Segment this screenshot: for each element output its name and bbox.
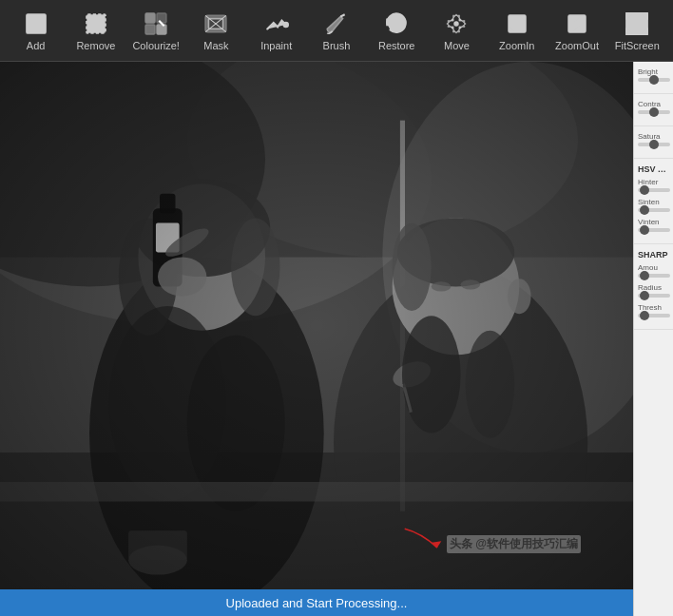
- svg-rect-4: [145, 13, 155, 23]
- tool-restore[interactable]: Restore: [369, 3, 425, 58]
- sinter-slider[interactable]: [638, 208, 670, 212]
- image-container: 头条 @软件使用技巧汇编: [0, 62, 633, 589]
- hsv-label: HSV AD: [638, 164, 669, 174]
- svg-line-14: [340, 14, 344, 16]
- add-icon: [23, 10, 49, 37]
- svg-rect-5: [157, 13, 166, 23]
- tool-remove[interactable]: Remove: [67, 3, 124, 58]
- vinter-thumb[interactable]: [640, 225, 649, 235]
- contrast-slider-container: Contra: [638, 100, 669, 114]
- radius-slider[interactable]: [638, 294, 670, 298]
- tool-zoomout[interactable]: ZoomOut: [548, 3, 605, 58]
- tool-brush-label: Brush: [323, 40, 351, 51]
- photo-display: [0, 62, 633, 589]
- sharpness-label: SHARP: [638, 250, 669, 260]
- brightness-slider[interactable]: [638, 78, 670, 82]
- toolbar: Add Remove Colourize!: [0, 0, 673, 62]
- svg-point-15: [454, 21, 458, 25]
- mask-icon: [202, 10, 229, 37]
- svg-point-13: [283, 22, 287, 26]
- svg-rect-6: [145, 25, 155, 34]
- thresh-slider[interactable]: [638, 314, 670, 318]
- tool-zoomin-label: ZoomIn: [499, 40, 534, 51]
- tool-move[interactable]: Move: [429, 3, 485, 58]
- right-panel: Bright Contra Satura: [633, 62, 673, 616]
- sinter-slider-container: Sinten: [638, 198, 669, 212]
- sinter-thumb[interactable]: [640, 205, 649, 215]
- fitscreen-icon: [624, 10, 650, 37]
- amount-slider-container: Amou: [638, 263, 669, 278]
- svg-rect-3: [87, 14, 106, 33]
- brightness-section: Bright: [634, 62, 673, 94]
- zoomout-icon: [564, 10, 590, 37]
- svg-rect-7: [157, 25, 166, 34]
- tool-colourize[interactable]: Colourize!: [128, 3, 184, 58]
- canvas-area[interactable]: 头条 @软件使用技巧汇编 Uploaded and Start Processi…: [0, 62, 633, 616]
- contrast-slider[interactable]: [638, 110, 670, 114]
- hinter-slider-container: Hinter: [638, 178, 669, 192]
- amount-slider[interactable]: [638, 274, 670, 278]
- contrast-thumb[interactable]: [649, 107, 659, 117]
- tool-move-label: Move: [444, 40, 470, 51]
- svg-rect-53: [0, 62, 633, 589]
- tool-mask-label: Mask: [203, 40, 228, 51]
- amount-thumb[interactable]: [640, 271, 649, 280]
- radius-thumb[interactable]: [640, 291, 649, 300]
- hinter-thumb[interactable]: [640, 185, 649, 195]
- brightness-thumb[interactable]: [649, 75, 659, 85]
- brush-icon: [323, 10, 350, 37]
- hsv-section: HSV AD Hinter Sinten Vinten: [634, 159, 673, 244]
- vinter-slider-container: Vinten: [638, 218, 669, 232]
- svg-rect-18: [626, 13, 647, 34]
- tool-add[interactable]: Add: [8, 3, 64, 58]
- vinter-slider[interactable]: [638, 228, 670, 232]
- saturation-slider[interactable]: [638, 143, 670, 146]
- svg-rect-17: [568, 15, 585, 31]
- tool-colourize-label: Colourize!: [132, 40, 180, 51]
- tool-zoomin[interactable]: ZoomIn: [489, 3, 545, 58]
- status-bar: Uploaded and Start Processing...: [0, 589, 633, 616]
- tool-zoomout-label: ZoomOut: [555, 40, 599, 51]
- tool-brush[interactable]: Brush: [308, 3, 364, 58]
- tool-remove-label: Remove: [76, 40, 115, 51]
- tool-add-label: Add: [27, 40, 46, 51]
- brightness-slider-container: Bright: [638, 67, 669, 82]
- saturation-section: Satura: [634, 126, 673, 159]
- restore-icon: [383, 10, 410, 37]
- hinter-slider[interactable]: [638, 188, 670, 192]
- move-icon: [443, 10, 470, 37]
- thresh-slider-container: Thresh: [638, 303, 669, 318]
- tool-fitscreen[interactable]: FitScreen: [609, 3, 665, 58]
- tool-inpaint-label: Inpaint: [260, 40, 292, 51]
- tool-inpaint[interactable]: Inpaint: [248, 3, 304, 58]
- sharpness-section: SHARP Amou Radius Thresh: [634, 244, 673, 330]
- colourize-icon: [143, 10, 169, 37]
- contrast-section: Contra: [634, 94, 673, 126]
- main-content: 头条 @软件使用技巧汇编 Uploaded and Start Processi…: [0, 62, 673, 616]
- inpaint-icon: [263, 10, 290, 37]
- thresh-thumb[interactable]: [640, 311, 649, 320]
- zoomin-icon: [504, 10, 530, 37]
- saturation-thumb[interactable]: [649, 140, 659, 149]
- radius-slider-container: Radius: [638, 283, 669, 298]
- saturation-slider-container: Satura: [638, 132, 669, 146]
- status-message: Uploaded and Start Processing...: [226, 596, 408, 610]
- tool-mask[interactable]: Mask: [188, 3, 244, 58]
- remove-icon: [83, 10, 109, 37]
- svg-rect-16: [509, 15, 525, 31]
- tool-restore-label: Restore: [378, 40, 415, 51]
- tool-fitscreen-label: FitScreen: [615, 40, 660, 51]
